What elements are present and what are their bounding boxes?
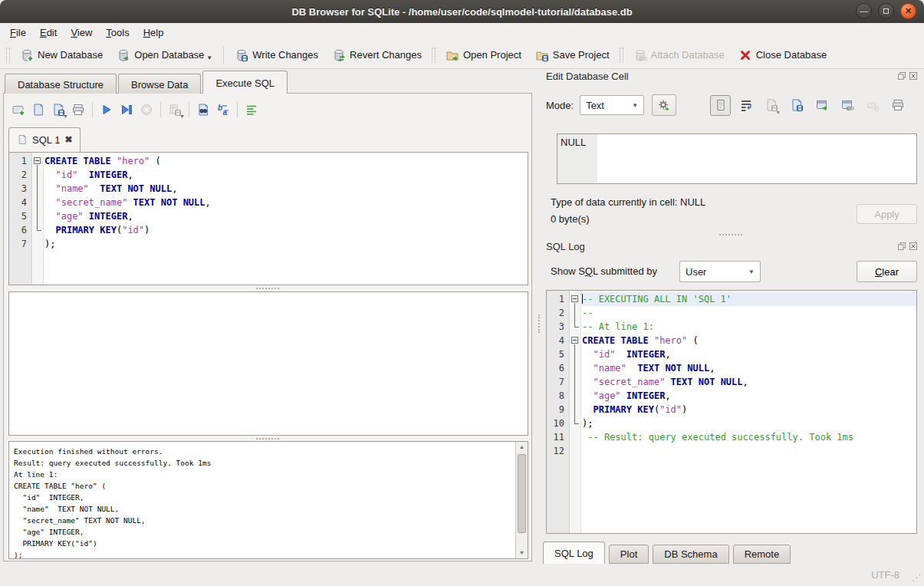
sql-log-editor[interactable]: 1-- EXECUTING ALL IN 'SQL 1'2--3-- At li… [546,290,917,534]
save-project-button[interactable]: Save Project [528,44,617,66]
execution-results-pane[interactable]: Execution finished without errors. Resul… [8,441,528,559]
code-line: 11 -- Result: query executed successfull… [547,430,916,444]
title-bar[interactable]: DB Browser for SQLite - /home/user/code/… [0,0,924,23]
dock-tab-remote[interactable]: Remote [733,545,791,564]
toolbar-button-label: New Database [38,49,103,61]
fold-marker[interactable] [570,292,580,306]
execute-line-icon[interactable] [117,100,136,120]
fold-collapse-icon[interactable] [571,295,578,302]
resize-grip[interactable]: ⋰ [912,572,921,583]
find-replace-icon[interactable]: ba [213,100,233,120]
close-database-button[interactable]: Close Database [732,44,834,66]
execute-all-icon[interactable] [97,100,117,120]
close-tab-icon[interactable]: ✖ [64,134,72,145]
menu-item-tools[interactable]: Tools [99,25,136,41]
line-number: 5 [9,209,32,223]
save-cell-icon[interactable]: ▼ [761,95,781,116]
sql-tab-bar: SQL 1 ✖ [8,127,81,152]
results-scrollbar[interactable]: ▲ ▼ [515,442,528,558]
scroll-down-icon[interactable]: ▼ [516,548,528,558]
scroll-up-icon[interactable]: ▲ [516,442,528,453]
line-number: 11 [547,430,570,444]
fold-marker[interactable] [32,154,43,168]
menu-item-view[interactable]: View [64,25,99,41]
code-token: "id" [659,404,682,415]
code-token: ( [150,156,160,166]
print-cell-icon[interactable] [887,95,908,116]
format-sql-icon[interactable] [242,100,261,120]
apply-button[interactable]: Apply [857,204,917,224]
code-token [582,390,593,401]
main-toolbar: New DatabaseOpen Database▼Write ChangesR… [0,41,924,69]
tab-execute-sql[interactable]: Execute SQL [202,71,288,94]
open-sql-file-icon[interactable] [28,100,48,120]
fold-marker [32,237,43,251]
mode-select[interactable]: Text▼ [580,95,644,115]
sql-tab[interactable]: SQL 1 ✖ [8,127,81,152]
new-database-button[interactable]: New Database [13,44,110,66]
import-data-icon[interactable] [786,95,807,116]
menu-item-help[interactable]: Help [136,25,171,41]
text-view-icon[interactable] [710,95,731,116]
close-panel-icon[interactable] [909,242,918,251]
revert-changes-button[interactable]: Revert Changes [325,44,429,66]
db-close-icon [738,48,752,62]
encoding-indicator[interactable]: UTF-8 [871,569,899,581]
find-icon[interactable] [193,100,213,120]
tab-browse-data[interactable]: Browse Data [118,74,201,94]
line-number: 2 [547,306,570,320]
fold-collapse-icon[interactable] [34,157,41,164]
print-icon[interactable] [68,100,88,120]
tab-database-structure[interactable]: Database Structure [5,74,117,94]
fold-marker [570,430,580,444]
open-external-icon[interactable] [837,95,857,116]
close-button[interactable]: ✕ [900,3,916,19]
dock-tab-plot[interactable]: Plot [609,545,649,564]
chevron-down-icon[interactable]: ▼ [206,54,212,61]
export-results-icon[interactable]: ▼ [165,100,185,120]
fold-marker[interactable] [570,334,580,347]
code-line: 7 "secret_name" TEXT NOT NULL, [547,375,916,389]
open-project-button[interactable]: Open Project [439,44,528,66]
dock-tab-db-schema[interactable]: DB Schema [653,545,728,564]
float-panel-icon[interactable] [897,71,906,81]
fold-collapse-icon[interactable] [571,337,578,344]
clear-button[interactable]: Clear [857,261,917,282]
result-grid-pane[interactable] [8,291,528,436]
cell-value-editor[interactable]: NULL [557,133,917,184]
dock-splitter[interactable] [537,232,924,238]
code-token: "id" [55,170,77,180]
open-database-button[interactable]: Open Database▼ [110,44,219,66]
attach-database-button[interactable]: Attach Database [626,44,732,66]
stop-icon[interactable] [136,100,156,120]
menu-item-file[interactable]: File [3,25,33,41]
code-token: -- [582,308,593,318]
save-sql-file-icon[interactable]: ▼ [48,100,68,120]
menu-item-edit[interactable]: Edit [33,25,64,41]
dock-tab-sql-log[interactable]: SQL Log [543,542,605,564]
editor-grid-splitter[interactable] [4,285,531,291]
maximize-button[interactable] [878,3,894,19]
close-panel-icon[interactable] [909,71,918,81]
scrollbar-thumb[interactable] [518,454,526,533]
log-filter-select[interactable]: User▼ [679,261,761,282]
new-sql-tab-icon[interactable] [8,100,28,120]
code-token [44,225,55,235]
main-tab-bar: Database StructureBrowse DataExecute SQL [5,71,289,94]
panel-splitter[interactable] [538,314,540,333]
set-null-icon[interactable] [862,95,883,116]
write-changes-button[interactable]: Write Changes [228,44,325,66]
chevron-down-icon: ▼ [179,114,185,119]
float-panel-icon[interactable] [897,242,906,251]
sql-editor[interactable]: 1CREATE TABLE "hero" (2 "id" INTEGER,3 "… [8,152,528,285]
cell-settings-button[interactable] [652,94,676,116]
sql-document-icon [17,134,28,145]
code-line: 5 "age" INTEGER, [9,209,528,223]
minimize-button[interactable]: — [856,3,872,19]
export-data-icon[interactable] [811,95,832,116]
code-text: "age" INTEGER, [580,389,916,403]
line-number: 1 [547,292,570,306]
word-wrap-icon[interactable] [735,95,756,116]
maximize-icon [883,8,889,14]
fold-marker [570,403,580,416]
